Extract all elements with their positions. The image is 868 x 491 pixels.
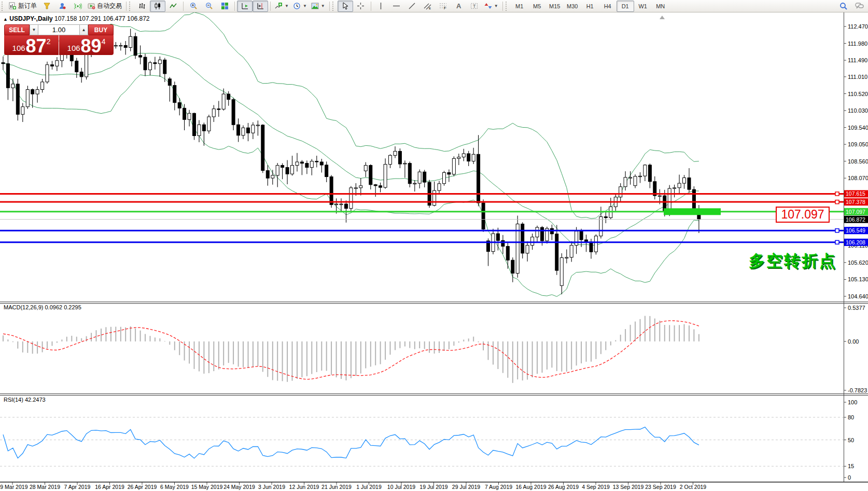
timeframe-h4[interactable]: H4 [599, 1, 617, 12]
buy-price-big: 89 [81, 38, 102, 54]
timeframe-d1[interactable]: D1 [617, 1, 634, 12]
new-order-button[interactable]: 新订单 [7, 1, 39, 12]
svg-text:1 Jul 2019: 1 Jul 2019 [356, 484, 382, 490]
price-level-callout: 107.097 [776, 207, 830, 223]
svg-text:19 Jul 2019: 19 Jul 2019 [419, 484, 447, 490]
vertical-line-tool-button[interactable] [373, 1, 389, 12]
price-chart[interactable]: 112.470111.980111.490111.010110.520110.0… [0, 0, 868, 491]
svg-text:106.549: 106.549 [846, 227, 865, 234]
text-tool-icon: A [456, 3, 461, 9]
rsi-indicator-label: RSI(14) 42.2473 [4, 397, 46, 403]
svg-text:0.00: 0.00 [848, 338, 859, 345]
bar-chart-button[interactable] [134, 1, 150, 12]
autotrading-label: 自动交易 [97, 2, 122, 10]
tile-windows-icon [221, 2, 229, 10]
timeframe-h1[interactable]: H1 [581, 1, 599, 12]
toolbar-grip[interactable] [332, 2, 336, 11]
metaeditor-icon [43, 2, 51, 10]
label-tool-button[interactable]: T [467, 1, 482, 12]
svg-text:T: T [473, 4, 476, 9]
templates-dropdown-caret[interactable]: ▼ [321, 4, 325, 8]
svg-text:109.540: 109.540 [848, 125, 868, 131]
arrows-tool-button[interactable]: ▼ [482, 1, 500, 12]
templates-button[interactable]: ▼ [309, 1, 327, 12]
timeframe-m30[interactable]: M30 [564, 1, 581, 12]
timeframe-m1[interactable]: M1 [511, 1, 528, 12]
svg-text:105.130: 105.130 [848, 276, 868, 282]
fibonacci-tool-button[interactable]: F [436, 1, 451, 12]
candlestick-chart-icon [154, 2, 162, 10]
collapse-arrow-icon[interactable]: ▲ [3, 17, 8, 22]
svg-text:28 Mar 2019: 28 Mar 2019 [30, 484, 60, 490]
svg-text:108.070: 108.070 [848, 175, 868, 181]
toolbar-grip[interactable] [506, 2, 509, 11]
svg-text:107.615: 107.615 [846, 190, 865, 197]
arrows-dropdown-caret[interactable]: ▼ [494, 4, 498, 8]
terminal-button[interactable] [54, 1, 70, 12]
channel-tool-button[interactable]: E [420, 1, 436, 12]
svg-text:110.030: 110.030 [848, 107, 868, 114]
sell-price-display[interactable]: 106 87 2 [4, 35, 59, 55]
sell-price-sup: 2 [47, 37, 51, 46]
chart-title: ▲ USDJPY-,Daily 107.158 107.291 106.477 … [3, 15, 150, 22]
signals-button[interactable] [70, 1, 86, 12]
horizontal-line-tool-button[interactable] [389, 1, 404, 12]
svg-text:19 Mar 2019: 19 Mar 2019 [0, 484, 28, 490]
svg-text:29 Jul 2019: 29 Jul 2019 [452, 484, 480, 490]
search-button[interactable] [836, 1, 851, 12]
metaeditor-button[interactable] [39, 1, 54, 12]
zoom-out-button[interactable] [201, 1, 217, 12]
buy-price-sup: 4 [102, 37, 106, 46]
zoom-in-button[interactable] [186, 1, 201, 12]
auto-scroll-button[interactable] [237, 1, 253, 12]
svg-text:-0.7823: -0.7823 [848, 387, 867, 393]
buy-price-display[interactable]: 106 89 4 [59, 35, 114, 55]
buy-price-small: 106 [67, 44, 80, 52]
cursor-icon [341, 2, 349, 10]
tile-windows-button[interactable] [217, 1, 232, 12]
zoom-in-icon [190, 2, 198, 10]
chart-symbol: USDJPY-,Daily [9, 15, 52, 22]
svg-text:111.980: 111.980 [848, 40, 867, 47]
timeframe-w1[interactable]: W1 [634, 1, 652, 12]
signal-icon [74, 2, 82, 10]
toolbar-grip[interactable] [129, 2, 133, 11]
mt4-window: 112.470111.980111.490111.010110.520110.0… [0, 0, 868, 491]
svg-text:15 May 2019: 15 May 2019 [191, 484, 223, 490]
trendline-tool-button[interactable] [404, 1, 420, 12]
indicators-dropdown-caret[interactable]: ▼ [285, 4, 289, 8]
toolbar-grip[interactable] [2, 2, 5, 11]
vertical-line-icon [377, 2, 385, 10]
svg-text:3 Jun 2019: 3 Jun 2019 [258, 484, 285, 490]
candlestick-chart-button[interactable] [150, 1, 165, 12]
sell-price-big: 87 [26, 38, 47, 54]
periods-button[interactable]: ▼ [291, 1, 309, 12]
cursor-tool-button[interactable] [338, 1, 353, 12]
sell-button[interactable]: SELL [4, 24, 30, 35]
arrows-tool-icon [484, 2, 492, 10]
line-chart-button[interactable] [165, 1, 181, 12]
horizontal-line-icon [393, 2, 400, 10]
timeframe-mn[interactable]: MN [652, 1, 669, 12]
timeframe-m15[interactable]: M15 [546, 1, 564, 12]
volume-increase-button[interactable]: ▲ [79, 24, 88, 35]
zoom-out-icon [205, 2, 213, 10]
volume-decrease-button[interactable]: ▼ [30, 24, 38, 35]
autotrading-button[interactable]: 自动交易 [86, 1, 124, 12]
chart-ohlc: 107.158 107.291 106.477 106.872 [54, 15, 150, 22]
chat-button[interactable] [851, 1, 867, 12]
search-icon [839, 2, 848, 10]
indicators-button[interactable]: ▼ [273, 1, 291, 12]
volume-input[interactable]: 1.00 [38, 24, 79, 35]
chart-shift-button[interactable] [253, 1, 268, 12]
timeframe-m5[interactable]: M5 [528, 1, 546, 12]
svg-text:107.097: 107.097 [846, 209, 865, 215]
svg-text:106.208: 106.208 [846, 239, 865, 246]
turning-point-annotation: 多空转折点 [749, 250, 837, 272]
text-tool-button[interactable]: A [451, 1, 467, 12]
buy-button[interactable]: BUY [88, 24, 114, 35]
svg-text:111.490: 111.490 [848, 57, 867, 63]
chat-icon [855, 2, 864, 10]
periods-dropdown-caret[interactable]: ▼ [303, 4, 307, 8]
crosshair-tool-button[interactable] [353, 1, 369, 12]
